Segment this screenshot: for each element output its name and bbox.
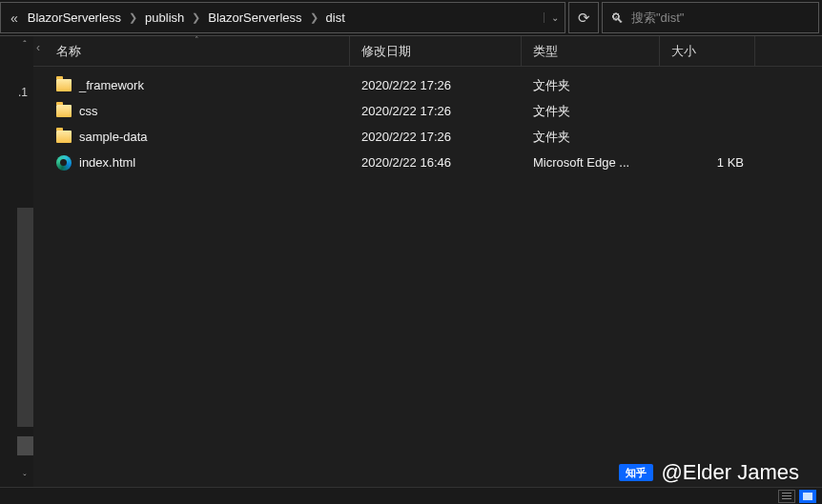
file-date: 2020/2/22 17:26 [350,130,522,144]
file-date: 2020/2/22 17:26 [350,78,522,92]
status-bar [0,487,822,504]
column-headers: ˄ 名称 修改日期 类型 大小 [33,36,822,67]
chevron-right-icon[interactable]: ❯ [127,11,139,24]
file-row[interactable]: css2020/2/22 17:26文件夹 [33,98,822,124]
refresh-button[interactable]: ⟳ [568,2,599,33]
chevron-right-icon[interactable]: ❯ [190,11,202,24]
column-label: 类型 [533,43,558,60]
scrollbar-thumb[interactable] [17,436,33,455]
view-large-icons-button[interactable] [799,490,816,503]
search-box[interactable]: 🔍︎ [602,2,819,33]
file-row[interactable]: index.html2020/2/22 16:46Microsoft Edge … [33,150,822,175]
column-label: 修改日期 [361,43,411,60]
file-row[interactable]: _framework2020/2/22 17:26文件夹 [33,72,822,98]
column-header-size[interactable]: 大小 [660,36,755,66]
scrollbar-track[interactable] [17,208,33,427]
breadcrumb[interactable]: « BlazorServerless ❯ publish ❯ BlazorSer… [0,2,565,33]
file-name: css [79,104,98,118]
scroll-up-button[interactable]: ˆ [16,36,33,53]
file-size: 1 KB [660,155,755,170]
file-name: index.html [79,155,135,170]
chevron-right-icon[interactable]: ❯ [308,11,320,24]
breadcrumb-item[interactable]: BlazorServerless [202,3,307,32]
breadcrumb-item[interactable]: BlazorServerless [22,3,127,32]
file-type: 文件夹 [522,129,660,146]
breadcrumb-item[interactable]: dist [320,3,351,32]
file-list: _framework2020/2/22 17:26文件夹css2020/2/22… [33,67,822,487]
file-type: Microsoft Edge ... [522,155,660,170]
breadcrumb-dropdown-icon[interactable]: ⌄ [544,12,565,23]
column-header-type[interactable]: 类型 [522,36,660,66]
column-header-name[interactable]: ˄ 名称 [45,36,350,66]
file-type: 文件夹 [522,77,660,94]
file-date: 2020/2/22 17:26 [350,104,522,118]
breadcrumb-overflow-icon[interactable]: « [7,10,22,26]
file-date: 2020/2/22 16:46 [350,155,522,170]
address-bar: « BlazorServerless ❯ publish ❯ BlazorSer… [0,0,822,36]
breadcrumb-item[interactable]: publish [139,3,190,32]
file-name: _framework [79,78,144,92]
column-label: 大小 [671,43,696,60]
file-name: sample-data [79,130,148,144]
folder-icon [56,105,72,117]
folder-icon [56,131,72,143]
main-area: ˆ .1 ˇ ‹ ˄ 名称 修改日期 类型 大小 _framework2020/ [0,36,822,487]
nav-collapse-icon[interactable]: ‹ [33,41,43,54]
file-pane: ‹ ˄ 名称 修改日期 类型 大小 _framework2020/2/22 17… [33,36,822,487]
scroll-down-button[interactable]: ˇ [16,470,33,487]
sort-ascending-icon: ˄ [195,35,199,45]
navigation-pane: ˆ .1 ˇ [0,36,33,487]
search-input[interactable] [631,10,811,25]
refresh-icon: ⟳ [578,10,590,27]
column-label: 名称 [56,43,81,60]
view-details-button[interactable] [778,490,795,503]
nav-item-fragment[interactable]: .1 [0,86,33,99]
column-header-date[interactable]: 修改日期 [350,36,522,66]
file-row[interactable]: sample-data2020/2/22 17:26文件夹 [33,124,822,150]
folder-icon [56,79,72,91]
edge-icon [56,155,72,171]
search-icon: 🔍︎ [610,10,624,26]
file-type: 文件夹 [522,103,660,120]
